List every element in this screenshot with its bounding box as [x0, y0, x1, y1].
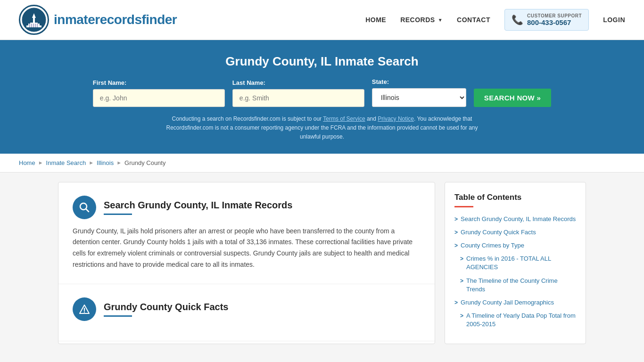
- logo-icon: [19, 5, 49, 35]
- alert-circle-icon: [73, 297, 96, 321]
- main-content: Search Grundy County, IL Inmate Records …: [39, 182, 605, 345]
- support-number: 800-433-0567: [527, 18, 582, 26]
- toc-link-5[interactable]: Grundy County Jail Demographics: [461, 298, 554, 307]
- section-header-search: Search Grundy County, IL Inmate Records: [73, 196, 421, 219]
- toc-underline: [454, 206, 473, 207]
- records-chevron-icon: ▼: [438, 17, 443, 23]
- first-name-label: First Name:: [93, 79, 225, 86]
- logo-area: inmaterecordsfinder: [19, 5, 177, 35]
- section-title-quick-facts: Grundy County Quick Facts: [104, 302, 228, 313]
- state-select[interactable]: Illinois: [372, 88, 466, 107]
- svg-rect-9: [35, 24, 36, 27]
- toc-link-3[interactable]: Crimes % in 2016 - TOTAL ALL AGENCIES: [466, 255, 576, 272]
- search-records-section: Search Grundy County, IL Inmate Records …: [58, 182, 435, 284]
- svg-rect-6: [29, 24, 30, 27]
- toc-link-0[interactable]: Search Grundy County, IL Inmate Records: [461, 215, 576, 223]
- toc-link-6[interactable]: A Timeline of Yearly Data Pop Total from…: [466, 312, 576, 329]
- toc-chevron-3: >: [460, 255, 463, 262]
- toc-chevron-0: >: [454, 216, 458, 222]
- svg-rect-10: [37, 24, 38, 27]
- nav-contact[interactable]: CONTACT: [457, 16, 490, 24]
- nav-home[interactable]: HOME: [365, 16, 386, 24]
- toc-title: Table of Contents: [454, 193, 576, 202]
- toc-link-2[interactable]: County Crimes by Type: [461, 241, 524, 250]
- breadcrumb-sep-3: ►: [116, 160, 122, 165]
- banner-title: Grundy County, IL Inmate Search: [19, 54, 625, 69]
- first-name-input[interactable]: [93, 89, 225, 107]
- search-banner: Grundy County, IL Inmate Search First Na…: [0, 40, 644, 154]
- terms-link[interactable]: Terms of Service: [323, 115, 365, 122]
- customer-support-box: 📞 CUSTOMER SUPPORT 800-433-0567: [504, 9, 589, 31]
- toc-chevron-5: >: [454, 299, 458, 306]
- nav-records[interactable]: RECORDS ▼: [400, 16, 443, 24]
- toc-item-1[interactable]: > Grundy County Quick Facts: [454, 228, 576, 237]
- toc-link-1[interactable]: Grundy County Quick Facts: [461, 228, 536, 237]
- toc-item-2[interactable]: > County Crimes by Type: [454, 241, 576, 250]
- svg-line-12: [86, 209, 89, 212]
- search-now-button[interactable]: SEARCH NOW »: [474, 89, 551, 107]
- breadcrumb-sep-1: ►: [38, 160, 43, 165]
- disclaimer-text: Conducting a search on Recordsfinder.com…: [157, 115, 487, 142]
- toc-chevron-6: >: [460, 313, 463, 319]
- section-title-search: Search Grundy County, IL Inmate Records: [104, 200, 292, 211]
- breadcrumb-sep-2: ►: [89, 160, 94, 165]
- site-header: inmaterecordsfinder HOME RECORDS ▼ CONTA…: [0, 0, 644, 40]
- toc-item-3[interactable]: > Crimes % in 2016 - TOTAL ALL AGENCIES: [454, 255, 576, 272]
- state-group: State: Illinois: [372, 78, 466, 107]
- section-title-underline-2: [104, 315, 132, 317]
- search-form: First Name: Last Name: State: Illinois S…: [19, 78, 625, 107]
- last-name-label: Last Name:: [232, 79, 364, 86]
- breadcrumb-county: Grundy County: [124, 159, 165, 166]
- last-name-group: Last Name:: [232, 79, 364, 107]
- support-label: CUSTOMER SUPPORT: [527, 13, 582, 18]
- table-of-contents: Table of Contents > Search Grundy County…: [445, 182, 586, 345]
- privacy-link[interactable]: Privacy Notice: [378, 115, 414, 122]
- nav-login[interactable]: LOGIN: [603, 16, 625, 24]
- quick-facts-section: Grundy County Quick Facts: [58, 284, 435, 341]
- search-section-body: Grundy County, IL jails hold prisoners a…: [73, 226, 421, 271]
- toc-item-5[interactable]: > Grundy County Jail Demographics: [454, 298, 576, 307]
- breadcrumb-home[interactable]: Home: [19, 159, 35, 166]
- main-nav: HOME RECORDS ▼ CONTACT 📞 CUSTOMER SUPPOR…: [365, 9, 625, 31]
- toc-item-4[interactable]: > The Timeline of the County Crime Trend…: [454, 277, 576, 294]
- content-left: Search Grundy County, IL Inmate Records …: [58, 182, 435, 345]
- breadcrumb: Home ► Inmate Search ► Illinois ► Grundy…: [0, 154, 644, 173]
- search-circle-icon: [73, 196, 96, 219]
- logo-text: inmaterecordsfinder: [54, 12, 177, 27]
- svg-point-15: [84, 312, 85, 313]
- state-label: State:: [372, 78, 466, 85]
- headset-icon: 📞: [512, 14, 523, 25]
- section-title-underline: [104, 214, 132, 215]
- first-name-group: First Name:: [93, 79, 225, 107]
- svg-rect-8: [33, 24, 34, 27]
- toc-chevron-4: >: [460, 278, 463, 284]
- toc-link-4[interactable]: The Timeline of the County Crime Trends: [466, 277, 576, 294]
- toc-item-6[interactable]: > A Timeline of Yearly Data Pop Total fr…: [454, 312, 576, 329]
- toc-chevron-2: >: [454, 242, 458, 249]
- last-name-input[interactable]: [232, 89, 364, 107]
- svg-rect-7: [31, 24, 32, 27]
- toc-chevron-1: >: [454, 229, 458, 236]
- breadcrumb-illinois[interactable]: Illinois: [97, 159, 114, 166]
- breadcrumb-inmate-search[interactable]: Inmate Search: [46, 159, 86, 166]
- section-header-quick-facts: Grundy County Quick Facts: [73, 297, 421, 321]
- toc-item-0[interactable]: > Search Grundy County, IL Inmate Record…: [454, 215, 576, 223]
